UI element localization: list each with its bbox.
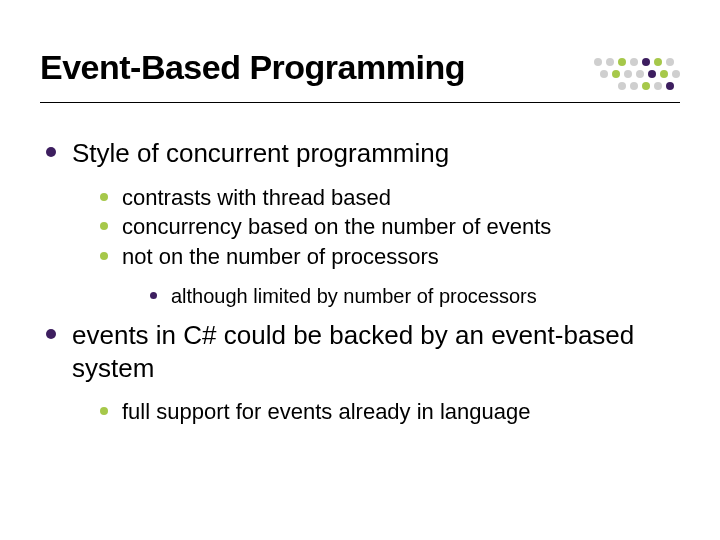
svg-point-11 [648, 70, 656, 78]
bullet-text: full support for events already in langu… [122, 398, 530, 426]
svg-point-5 [654, 58, 662, 66]
svg-point-8 [612, 70, 620, 78]
slide: Event-Based Programming Style of concurr… [0, 0, 720, 426]
svg-point-10 [636, 70, 644, 78]
sub-sub-list: although limited by number of processors [150, 284, 680, 309]
bullet-icon [100, 222, 108, 230]
svg-point-12 [660, 70, 668, 78]
bullet-text: Style of concurrent programming [72, 137, 449, 170]
title-row: Event-Based Programming [40, 48, 680, 103]
bullet-icon [100, 193, 108, 201]
decor-dots-icon [592, 52, 680, 96]
bullet-text: contrasts with thread based [122, 184, 391, 212]
svg-point-3 [630, 58, 638, 66]
svg-point-16 [642, 82, 650, 90]
bullet-icon [100, 407, 108, 415]
bullet-icon [46, 147, 56, 157]
list-item: although limited by number of processors [150, 284, 680, 309]
svg-point-1 [606, 58, 614, 66]
bullet-icon [150, 292, 157, 299]
svg-point-13 [672, 70, 680, 78]
sub-list: full support for events already in langu… [100, 398, 680, 426]
bullet-icon [46, 329, 56, 339]
bullet-icon [100, 252, 108, 260]
list-item: contrasts with thread based [100, 184, 680, 212]
list-item: events in C# could be backed by an event… [46, 319, 680, 384]
list-item: concurrency based on the number of event… [100, 213, 680, 241]
svg-point-17 [654, 82, 662, 90]
bullet-text: events in C# could be backed by an event… [72, 319, 680, 384]
svg-point-14 [618, 82, 626, 90]
sub-list: contrasts with thread based concurrency … [100, 184, 680, 271]
bullet-text: concurrency based on the number of event… [122, 213, 551, 241]
svg-point-18 [666, 82, 674, 90]
list-item: Style of concurrent programming [46, 137, 680, 170]
svg-point-15 [630, 82, 638, 90]
svg-point-6 [666, 58, 674, 66]
svg-point-0 [594, 58, 602, 66]
bullet-text: although limited by number of processors [171, 284, 537, 309]
slide-title: Event-Based Programming [40, 48, 465, 87]
svg-point-7 [600, 70, 608, 78]
svg-point-2 [618, 58, 626, 66]
list-item: not on the number of processors [100, 243, 680, 271]
svg-point-4 [642, 58, 650, 66]
list-item: full support for events already in langu… [100, 398, 680, 426]
bullet-text: not on the number of processors [122, 243, 439, 271]
svg-point-9 [624, 70, 632, 78]
